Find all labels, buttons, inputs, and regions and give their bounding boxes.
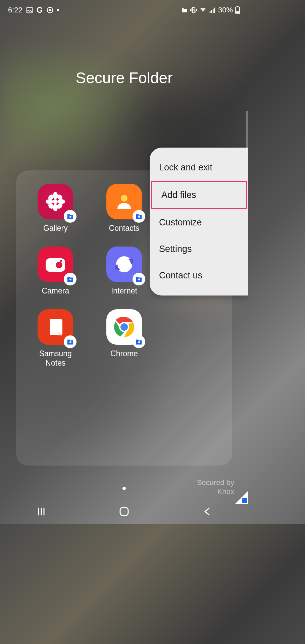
svg-rect-6	[211, 10, 212, 13]
menu-item-contact-us[interactable]: Contact us	[150, 262, 248, 289]
secure-badge-icon	[64, 273, 77, 285]
app-label: Gallery	[43, 223, 68, 233]
svg-point-16	[58, 199, 65, 204]
svg-point-12	[53, 199, 58, 204]
more-dot-icon	[57, 9, 59, 11]
svg-point-15	[46, 199, 53, 204]
svg-rect-23	[138, 216, 140, 218]
chrome-icon	[106, 309, 142, 345]
image-icon	[26, 6, 33, 14]
svg-point-22	[121, 195, 128, 202]
status-right: 30%	[181, 6, 240, 14]
app-gallery[interactable]: Gallery	[23, 184, 88, 233]
knox-line1: Secured by	[197, 478, 234, 487]
overflow-menu: Lock and exit Add files Customize Settin…	[150, 148, 248, 296]
pokeball-icon	[46, 6, 54, 14]
secure-badge-icon	[64, 210, 77, 223]
svg-point-26	[60, 260, 62, 262]
svg-rect-11	[236, 11, 239, 13]
status-bar: 6:22 G 30%	[0, 0, 248, 20]
svg-rect-27	[69, 279, 71, 280]
signal-icon	[209, 6, 216, 14]
app-label: Camera	[42, 286, 69, 296]
wifi-icon	[199, 6, 207, 14]
knox-line2: Knox	[197, 487, 234, 496]
google-icon: G	[37, 5, 43, 15]
svg-rect-0	[27, 7, 33, 13]
contacts-icon	[106, 184, 142, 219]
page-title: Secure Folder	[0, 69, 248, 87]
secured-by-knox: Secured by Knox	[197, 478, 234, 496]
vibrate-icon	[190, 6, 197, 14]
battery-icon	[235, 6, 240, 14]
svg-rect-31	[138, 279, 140, 280]
app-camera[interactable]: Camera	[23, 247, 88, 296]
menu-item-add-files[interactable]: Add files	[151, 181, 247, 209]
svg-rect-8	[214, 8, 215, 13]
svg-rect-5	[210, 11, 211, 13]
svg-point-30	[117, 258, 131, 271]
svg-point-25	[56, 262, 62, 268]
camera-icon	[38, 247, 73, 282]
folder-lock-icon	[181, 7, 188, 13]
internet-icon	[106, 247, 142, 282]
menu-item-settings[interactable]: Settings	[150, 236, 248, 262]
app-label: Chrome	[110, 349, 138, 359]
menu-item-lock-exit[interactable]: Lock and exit	[150, 154, 248, 181]
navigation-bar	[0, 499, 248, 524]
app-chrome[interactable]: Chrome	[92, 309, 157, 368]
app-label: Internet	[111, 286, 137, 296]
status-left: 6:22 G	[8, 5, 59, 15]
battery-text: 30%	[218, 6, 233, 14]
clock: 6:22	[8, 6, 22, 14]
home-button[interactable]	[117, 505, 131, 518]
app-label: Contacts	[109, 223, 140, 233]
app-internet[interactable]: Internet	[92, 247, 157, 296]
svg-rect-7	[213, 9, 214, 13]
page-indicator	[122, 487, 126, 490]
back-button[interactable]	[200, 505, 214, 518]
secure-badge-icon	[133, 335, 145, 348]
secure-badge-icon	[64, 335, 77, 348]
svg-point-13	[53, 192, 58, 199]
svg-point-14	[53, 204, 58, 211]
recents-button[interactable]	[35, 505, 48, 518]
svg-point-2	[49, 9, 51, 11]
svg-rect-10	[237, 6, 239, 7]
secure-badge-icon	[133, 210, 145, 223]
svg-rect-36	[138, 341, 140, 343]
gallery-icon	[38, 184, 73, 219]
notes-icon	[38, 309, 73, 345]
secure-badge-icon	[133, 273, 145, 285]
app-samsung-notes[interactable]: Samsung Notes	[23, 309, 88, 368]
menu-item-customize[interactable]: Customize	[150, 209, 248, 236]
svg-rect-21	[69, 216, 71, 218]
app-contacts[interactable]: Contacts	[92, 184, 157, 233]
app-label: Samsung Notes	[39, 349, 72, 368]
svg-rect-37	[120, 507, 128, 516]
svg-point-4	[202, 11, 203, 12]
svg-rect-32	[69, 341, 71, 343]
